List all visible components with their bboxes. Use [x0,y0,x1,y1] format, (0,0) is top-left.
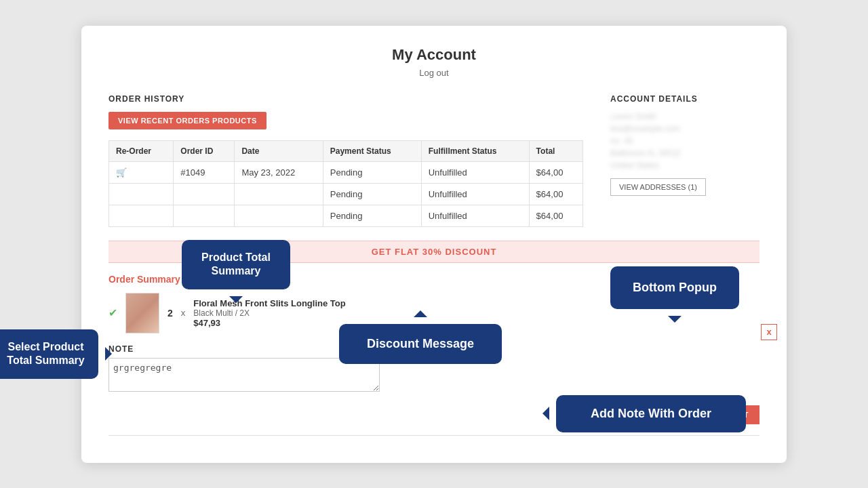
table-header-row: Re-Order Order ID Date Payment Status Fu… [109,140,583,161]
cell-icon [109,183,174,205]
cell-fulfillment-status: Unfulfilled [421,183,529,205]
main-layout: ORDER HISTORY VIEW RECENT ORDERS PRODUCT… [108,94,760,227]
table-row: 🛒 #1049 May 23, 2022 Pending Unfulfilled… [109,161,583,183]
item-multiplier: x [181,308,186,318]
order-history-section: ORDER HISTORY VIEW RECENT ORDERS PRODUCT… [108,94,583,227]
cell-total: $64,00 [529,161,583,183]
cell-fulfillment-status: Unfulfilled [421,161,529,183]
cell-order-id: #1049 [174,161,235,183]
cell-icon [109,205,174,226]
col-order-id: Order ID [174,140,235,161]
item-checkbox-icon[interactable]: ✔ [108,306,117,319]
cell-order-id [174,205,235,226]
cell-fulfillment-status: Unfulfilled [421,205,529,226]
cell-order-id [174,183,235,205]
logout-link[interactable]: Log out [108,68,760,78]
browser-window: Product Total Summary Bottom Popup Disco… [81,26,787,463]
orders-table: Re-Order Order ID Date Payment Status Fu… [108,140,583,227]
add-note-bubble: Add Note With Order [556,395,746,432]
view-addresses-button[interactable]: VIEW ADDRESSES (1) [610,178,706,196]
cell-payment-status: Pending [323,183,421,205]
cell-date [235,205,323,226]
cell-total: $64,00 [529,183,583,205]
item-quantity: 2 [167,308,173,319]
cell-date [235,183,323,205]
note-textarea[interactable]: grgregregre [108,358,380,392]
view-orders-button[interactable]: VIEW RECENT ORDERS PRODUCTS [108,112,267,129]
account-info-blurred: Lorem Smith test@example.com no. 45 Balt… [610,112,760,170]
discount-message-bubble: Discount Message [339,324,502,364]
col-payment-status: Payment Status [323,140,421,161]
col-reorder: Re-Order [109,140,174,161]
table-row: Pending Unfulfilled $64,00 [109,205,583,226]
cell-date: May 23, 2022 [235,161,323,183]
col-fulfillment-status: Fulfillment Status [421,140,529,161]
cell-payment-status: Pending [323,205,421,226]
close-button[interactable]: x [761,324,777,340]
bottom-popup-bubble: Bottom Popup [610,266,739,309]
col-date: Date [235,140,323,161]
cell-icon: 🛒 [109,161,174,183]
cell-payment-status: Pending [323,161,421,183]
account-details-section: ACCOUNT DETAILS Lorem Smith test@example… [610,94,760,227]
page-title: My Account [108,46,760,64]
cart-icon: 🛒 [116,167,127,178]
product-total-summary-bubble: Product Total Summary [182,240,290,290]
col-total: Total [529,140,583,161]
order-history-title: ORDER HISTORY [108,94,583,104]
account-details-title: ACCOUNT DETAILS [610,94,760,104]
cell-total: $64,00 [529,205,583,226]
select-product-bubble: Select Product Total Summary [0,329,98,380]
table-row: Pending Unfulfilled $64,00 [109,183,583,205]
item-image [125,293,159,333]
